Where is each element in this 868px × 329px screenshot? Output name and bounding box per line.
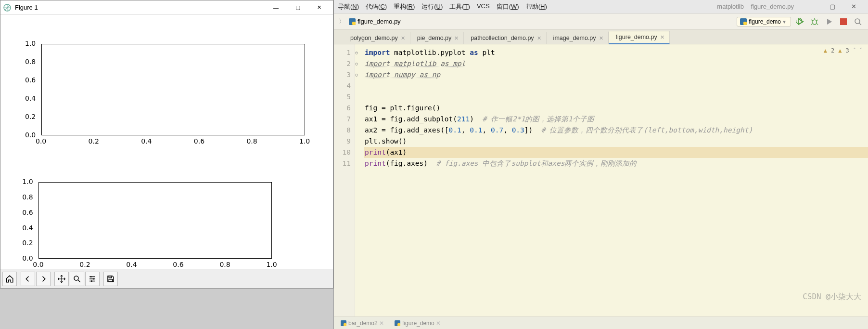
- close-button[interactable]: ✕: [308, 1, 330, 14]
- svg-rect-6: [109, 279, 113, 281]
- svg-rect-25: [344, 323, 346, 326]
- ide-maximize-button[interactable]: ▢: [822, 3, 843, 10]
- ide-close-button[interactable]: ✕: [843, 3, 864, 10]
- svg-point-11: [813, 20, 817, 25]
- editor-tab-figure_demo[interactable]: figure_demo.py✕: [609, 31, 670, 44]
- code-line-6[interactable]: fig = plt.figure(): [364, 103, 868, 114]
- xtick-label: 1.0: [299, 137, 310, 145]
- menu-工具[interactable]: 工具(T): [449, 2, 470, 11]
- code-line-5[interactable]: [364, 92, 868, 103]
- minimize-button[interactable]: —: [265, 1, 287, 14]
- tab-label: pathcollection_demo.py: [471, 35, 534, 41]
- breadcrumb-file[interactable]: figure_demo.py: [349, 18, 401, 25]
- back-icon[interactable]: [21, 272, 35, 286]
- chart-axes-1[interactable]: [38, 182, 272, 259]
- svg-rect-5: [109, 276, 112, 278]
- stop-button[interactable]: [838, 16, 849, 27]
- xtick-label: 0.6: [173, 261, 183, 268]
- debug-button[interactable]: [809, 16, 820, 27]
- save-icon[interactable]: [103, 272, 118, 286]
- code-line-9[interactable]: plt.show(): [364, 136, 868, 147]
- zoom-icon[interactable]: [70, 272, 84, 286]
- code-area[interactable]: import matplotlib.pyplot as pltimport ma…: [362, 44, 868, 316]
- code-line-2[interactable]: import matplotlib as mpl: [364, 58, 868, 69]
- menu-导航[interactable]: 导航(N): [338, 2, 359, 11]
- code-line-1[interactable]: import matplotlib.pyplot as plt: [364, 47, 868, 58]
- editor-tab-pie_demo[interactable]: pie_demo.py✕: [410, 32, 464, 44]
- warning-count: 3: [846, 47, 849, 54]
- svg-rect-10: [743, 22, 747, 25]
- xtick-label: 0.2: [89, 137, 99, 145]
- tab-label: image_demo.py: [553, 35, 596, 41]
- code-line-3[interactable]: import numpy as np: [364, 69, 868, 80]
- svg-point-4: [91, 280, 92, 282]
- python-config-icon: [740, 18, 747, 25]
- svg-rect-8: [352, 22, 356, 25]
- svg-point-3: [93, 278, 95, 279]
- menu-代码[interactable]: 代码(C): [366, 2, 387, 11]
- menu-帮助[interactable]: 帮助(H): [526, 2, 547, 11]
- ytick-label: 1.0: [25, 39, 36, 47]
- tab-close-icon[interactable]: ✕: [401, 35, 405, 41]
- svg-point-2: [90, 276, 92, 277]
- svg-rect-27: [397, 323, 400, 326]
- tab-close-icon[interactable]: ✕: [599, 35, 603, 41]
- weak-warning-icon: ▲: [824, 47, 827, 54]
- editor-tab-pathcollection_demo[interactable]: pathcollection_demo.py✕: [464, 32, 546, 44]
- tab-close-icon[interactable]: ✕: [660, 34, 664, 40]
- home-icon[interactable]: [2, 272, 17, 286]
- mpl-nav-toolbar: [0, 269, 333, 288]
- xtick-label: 0.4: [126, 261, 137, 268]
- ide-window-title: matplotlib – figure_demo.py: [717, 3, 794, 10]
- run-tool-tab-bar_demo2[interactable]: bar_demo2 ✕: [341, 320, 384, 327]
- pan-icon[interactable]: [54, 272, 69, 286]
- menu-窗口[interactable]: 窗口(W): [497, 2, 519, 11]
- mpl-titlebar: Figure 1 — ▢ ✕: [0, 0, 333, 15]
- dropdown-chevron-icon: ▾: [783, 18, 786, 25]
- chart-axes-0[interactable]: [41, 44, 305, 135]
- ytick-label: 0.6: [25, 76, 36, 84]
- ide-menubar: 导航(N)代码(C)重构(R)运行(U)工具(T)VCS窗口(W)帮助(H) m…: [334, 0, 868, 13]
- run-tool-tab-figure_demo[interactable]: figure_demo ✕: [395, 320, 441, 327]
- code-line-4[interactable]: [364, 80, 868, 92]
- editor-tab-polygon_demo[interactable]: polygon_demo.py✕: [344, 32, 410, 44]
- ytick-label: 0.0: [25, 131, 36, 139]
- code-line-7[interactable]: ax1 = fig.add_subplot(211) # 作一幅2*1的图，选择…: [364, 114, 868, 125]
- matplotlib-figure-window: Figure 1 — ▢ ✕ 0.00.20.40.60.81.00.00.20…: [0, 0, 333, 289]
- tab-close-icon[interactable]: ✕: [454, 35, 459, 41]
- run-config-selector[interactable]: figure_demo ▾: [737, 17, 791, 26]
- forward-icon[interactable]: [36, 272, 51, 286]
- xtick-label: 0.8: [219, 261, 230, 268]
- tab-close-icon[interactable]: ✕: [537, 35, 541, 41]
- inspection-indicator[interactable]: ▲ 2 ▲ 3 ˄ ˅: [824, 47, 862, 54]
- menu-vcs[interactable]: VCS: [477, 2, 490, 11]
- editor-tabs: polygon_demo.py✕pie_demo.py✕pathcollecti…: [334, 30, 868, 44]
- editor-body: 1234567891011 ⊖⊖⊖ import matplotlib.pypl…: [334, 44, 868, 316]
- tab-label: figure_demo.py: [616, 34, 657, 40]
- code-line-11[interactable]: print(fig.axes) # fig.axes 中包含了subplot和a…: [364, 158, 868, 169]
- xtick-label: 0.6: [194, 137, 204, 145]
- run-with-coverage-button[interactable]: [824, 16, 834, 27]
- svg-point-1: [74, 276, 78, 280]
- menu-重构[interactable]: 重构(R): [394, 2, 415, 11]
- csdn-watermark: CSDN @小柒大大: [803, 292, 861, 302]
- ytick-label: 0.4: [22, 224, 33, 232]
- xtick-label: 0.0: [33, 261, 43, 268]
- run-button[interactable]: [795, 16, 805, 27]
- mpl-canvas[interactable]: 0.00.20.40.60.81.00.00.20.40.60.81.00.00…: [0, 15, 333, 269]
- line-number-gutter: 1234567891011: [334, 44, 355, 316]
- ide-minimize-button[interactable]: —: [801, 3, 822, 10]
- ytick-label: 0.4: [25, 94, 36, 102]
- code-line-8[interactable]: ax2 = fig.add_axes([0.1, 0.1, 0.7, 0.3])…: [364, 125, 868, 136]
- menu-运行[interactable]: 运行(U): [421, 2, 443, 11]
- maximize-button[interactable]: ▢: [287, 1, 308, 14]
- xtick-label: 0.8: [246, 137, 257, 145]
- configure-icon[interactable]: [85, 272, 100, 286]
- ytick-label: 0.2: [25, 113, 36, 120]
- search-everywhere-button[interactable]: [853, 16, 863, 27]
- breadcrumb-file-label: figure_demo.py: [357, 18, 401, 25]
- editor-tab-image_demo[interactable]: image_demo.py✕: [547, 32, 609, 44]
- fold-gutter: ⊖⊖⊖: [355, 44, 362, 316]
- xtick-label: 0.2: [79, 261, 90, 268]
- warning-icon: ▲: [838, 47, 842, 54]
